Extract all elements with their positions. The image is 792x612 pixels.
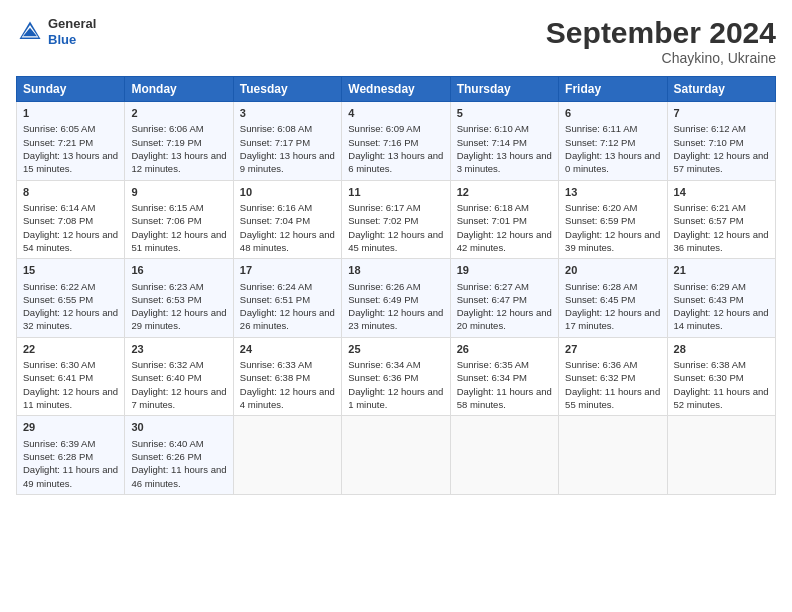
daylight-16: Daylight: 12 hours and 29 minutes.: [131, 307, 226, 331]
sunrise-29: Sunrise: 6:39 AM: [23, 438, 95, 449]
day-cell-12: 12 Sunrise: 6:18 AM Sunset: 7:01 PM Dayl…: [450, 180, 558, 259]
sunrise-25: Sunrise: 6:34 AM: [348, 359, 420, 370]
empty-cell-5: [667, 416, 775, 495]
header-thursday: Thursday: [450, 77, 558, 102]
day-cell-6: 6 Sunrise: 6:11 AM Sunset: 7:12 PM Dayli…: [559, 102, 667, 181]
day-cell-7: 7 Sunrise: 6:12 AM Sunset: 7:10 PM Dayli…: [667, 102, 775, 181]
day-cell-3: 3 Sunrise: 6:08 AM Sunset: 7:17 PM Dayli…: [233, 102, 341, 181]
daylight-14: Daylight: 12 hours and 36 minutes.: [674, 229, 769, 253]
sunrise-8: Sunrise: 6:14 AM: [23, 202, 95, 213]
day-num-3: 3: [240, 106, 335, 121]
empty-cell-2: [342, 416, 450, 495]
sunset-22: Sunset: 6:41 PM: [23, 372, 93, 383]
weekday-header-row: Sunday Monday Tuesday Wednesday Thursday…: [17, 77, 776, 102]
sunrise-9: Sunrise: 6:15 AM: [131, 202, 203, 213]
sunset-15: Sunset: 6:55 PM: [23, 294, 93, 305]
day-cell-24: 24 Sunrise: 6:33 AM Sunset: 6:38 PM Dayl…: [233, 337, 341, 416]
sunset-26: Sunset: 6:34 PM: [457, 372, 527, 383]
sunset-23: Sunset: 6:40 PM: [131, 372, 201, 383]
day-num-4: 4: [348, 106, 443, 121]
day-num-22: 22: [23, 342, 118, 357]
day-cell-15: 15 Sunrise: 6:22 AM Sunset: 6:55 PM Dayl…: [17, 259, 125, 338]
sunrise-13: Sunrise: 6:20 AM: [565, 202, 637, 213]
daylight-17: Daylight: 12 hours and 26 minutes.: [240, 307, 335, 331]
sunset-25: Sunset: 6:36 PM: [348, 372, 418, 383]
header-sunday: Sunday: [17, 77, 125, 102]
day-cell-22: 22 Sunrise: 6:30 AM Sunset: 6:41 PM Dayl…: [17, 337, 125, 416]
month-title: September 2024: [546, 16, 776, 50]
sunrise-23: Sunrise: 6:32 AM: [131, 359, 203, 370]
sunset-30: Sunset: 6:26 PM: [131, 451, 201, 462]
day-cell-19: 19 Sunrise: 6:27 AM Sunset: 6:47 PM Dayl…: [450, 259, 558, 338]
day-cell-23: 23 Sunrise: 6:32 AM Sunset: 6:40 PM Dayl…: [125, 337, 233, 416]
day-cell-20: 20 Sunrise: 6:28 AM Sunset: 6:45 PM Dayl…: [559, 259, 667, 338]
week-row-1: 1 Sunrise: 6:05 AM Sunset: 7:21 PM Dayli…: [17, 102, 776, 181]
day-num-21: 21: [674, 263, 769, 278]
sunrise-7: Sunrise: 6:12 AM: [674, 123, 746, 134]
day-cell-1: 1 Sunrise: 6:05 AM Sunset: 7:21 PM Dayli…: [17, 102, 125, 181]
day-num-10: 10: [240, 185, 335, 200]
week-row-5: 29 Sunrise: 6:39 AM Sunset: 6:28 PM Dayl…: [17, 416, 776, 495]
day-cell-27: 27 Sunrise: 6:36 AM Sunset: 6:32 PM Dayl…: [559, 337, 667, 416]
daylight-2: Daylight: 13 hours and 12 minutes.: [131, 150, 226, 174]
day-cell-21: 21 Sunrise: 6:29 AM Sunset: 6:43 PM Dayl…: [667, 259, 775, 338]
day-num-9: 9: [131, 185, 226, 200]
sunrise-11: Sunrise: 6:17 AM: [348, 202, 420, 213]
sunrise-19: Sunrise: 6:27 AM: [457, 281, 529, 292]
daylight-27: Daylight: 11 hours and 55 minutes.: [565, 386, 660, 410]
daylight-13: Daylight: 12 hours and 39 minutes.: [565, 229, 660, 253]
daylight-6: Daylight: 13 hours and 0 minutes.: [565, 150, 660, 174]
logo-blue: Blue: [48, 32, 96, 48]
day-num-1: 1: [23, 106, 118, 121]
day-num-17: 17: [240, 263, 335, 278]
daylight-20: Daylight: 12 hours and 17 minutes.: [565, 307, 660, 331]
header-saturday: Saturday: [667, 77, 775, 102]
daylight-9: Daylight: 12 hours and 51 minutes.: [131, 229, 226, 253]
day-num-11: 11: [348, 185, 443, 200]
day-num-24: 24: [240, 342, 335, 357]
daylight-11: Daylight: 12 hours and 45 minutes.: [348, 229, 443, 253]
day-num-28: 28: [674, 342, 769, 357]
empty-cell-4: [559, 416, 667, 495]
daylight-10: Daylight: 12 hours and 48 minutes.: [240, 229, 335, 253]
day-num-29: 29: [23, 420, 118, 435]
daylight-24: Daylight: 12 hours and 4 minutes.: [240, 386, 335, 410]
logo-icon: [16, 18, 44, 46]
sunset-3: Sunset: 7:17 PM: [240, 137, 310, 148]
sunrise-18: Sunrise: 6:26 AM: [348, 281, 420, 292]
sunset-14: Sunset: 6:57 PM: [674, 215, 744, 226]
location: Chaykino, Ukraine: [546, 50, 776, 66]
sunset-20: Sunset: 6:45 PM: [565, 294, 635, 305]
day-cell-4: 4 Sunrise: 6:09 AM Sunset: 7:16 PM Dayli…: [342, 102, 450, 181]
sunset-19: Sunset: 6:47 PM: [457, 294, 527, 305]
day-num-23: 23: [131, 342, 226, 357]
logo: General Blue: [16, 16, 96, 47]
day-num-13: 13: [565, 185, 660, 200]
daylight-12: Daylight: 12 hours and 42 minutes.: [457, 229, 552, 253]
sunset-18: Sunset: 6:49 PM: [348, 294, 418, 305]
daylight-21: Daylight: 12 hours and 14 minutes.: [674, 307, 769, 331]
day-num-27: 27: [565, 342, 660, 357]
sunset-8: Sunset: 7:08 PM: [23, 215, 93, 226]
sunset-13: Sunset: 6:59 PM: [565, 215, 635, 226]
day-num-25: 25: [348, 342, 443, 357]
sunset-10: Sunset: 7:04 PM: [240, 215, 310, 226]
sunrise-17: Sunrise: 6:24 AM: [240, 281, 312, 292]
sunset-7: Sunset: 7:10 PM: [674, 137, 744, 148]
sunrise-16: Sunrise: 6:23 AM: [131, 281, 203, 292]
day-cell-28: 28 Sunrise: 6:38 AM Sunset: 6:30 PM Dayl…: [667, 337, 775, 416]
day-num-15: 15: [23, 263, 118, 278]
day-num-14: 14: [674, 185, 769, 200]
sunset-28: Sunset: 6:30 PM: [674, 372, 744, 383]
sunset-5: Sunset: 7:14 PM: [457, 137, 527, 148]
day-num-2: 2: [131, 106, 226, 121]
day-cell-30: 30 Sunrise: 6:40 AM Sunset: 6:26 PM Dayl…: [125, 416, 233, 495]
day-cell-10: 10 Sunrise: 6:16 AM Sunset: 7:04 PM Dayl…: [233, 180, 341, 259]
daylight-1: Daylight: 13 hours and 15 minutes.: [23, 150, 118, 174]
day-num-18: 18: [348, 263, 443, 278]
day-num-20: 20: [565, 263, 660, 278]
daylight-29: Daylight: 11 hours and 49 minutes.: [23, 464, 118, 488]
header-monday: Monday: [125, 77, 233, 102]
sunset-24: Sunset: 6:38 PM: [240, 372, 310, 383]
day-num-16: 16: [131, 263, 226, 278]
